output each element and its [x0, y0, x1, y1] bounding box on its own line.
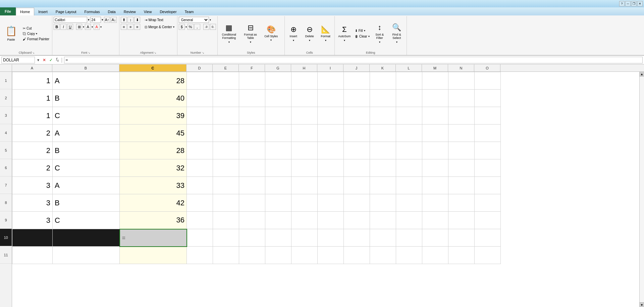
tab-page-layout[interactable]: Page Layout [52, 8, 80, 15]
cell-i7[interactable] [318, 177, 344, 194]
cell-o1[interactable] [475, 72, 501, 90]
cell-l3[interactable] [396, 107, 422, 124]
cell-h2[interactable] [291, 90, 318, 107]
cell-m2[interactable] [422, 90, 448, 107]
cell-j11[interactable] [344, 247, 370, 264]
cell-d4[interactable] [187, 124, 213, 142]
cell-j5[interactable] [344, 142, 370, 159]
cell-l1[interactable] [396, 72, 422, 90]
col-header-b[interactable]: B [52, 64, 119, 71]
tab-team[interactable]: Team [181, 8, 198, 15]
merge-dropdown[interactable]: ▾ [173, 25, 174, 29]
delete-button[interactable]: ⊖ Delete ▾ [302, 22, 317, 45]
cell-m11[interactable] [422, 247, 448, 264]
alignment-expand-icon[interactable]: ↘ [154, 51, 156, 54]
cell-c8[interactable]: 42 [120, 194, 187, 212]
cell-j6[interactable] [344, 159, 370, 177]
cell-o11[interactable] [475, 247, 501, 264]
font-decrease-button[interactable]: A↓ [111, 17, 117, 23]
cell-k8[interactable] [370, 194, 396, 212]
cell-b7[interactable]: A [53, 177, 120, 194]
row-num-8[interactable]: 8 [0, 194, 12, 211]
border-dropdown[interactable]: ▾ [83, 25, 84, 29]
cell-e9[interactable] [213, 212, 239, 229]
col-header-k[interactable]: K [370, 64, 396, 71]
wrap-text-button[interactable]: ⇥ Wrap Text [143, 17, 165, 22]
merge-center-button[interactable]: ⊡ Merge & Center ▾ [143, 24, 176, 30]
cell-b2[interactable]: B [53, 90, 120, 107]
cell-j10[interactable] [344, 229, 370, 247]
cell-i10[interactable] [318, 229, 344, 247]
border-button[interactable]: ⊞ [76, 24, 82, 30]
cell-f3[interactable] [239, 107, 265, 124]
font-size-dropdown[interactable]: ▾ [102, 18, 103, 21]
tab-file[interactable]: File [0, 7, 16, 15]
name-dropdown-button[interactable]: ▾ [36, 58, 40, 62]
cell-n10[interactable] [448, 229, 475, 247]
cell-c6[interactable]: 32 [120, 159, 187, 177]
cell-j8[interactable] [344, 194, 370, 212]
cell-h7[interactable] [291, 177, 318, 194]
font-name-dropdown[interactable]: ▾ [88, 18, 90, 21]
cell-g1[interactable] [265, 72, 291, 90]
cell-h9[interactable] [291, 212, 318, 229]
cell-k4[interactable] [370, 124, 396, 142]
vertical-scrollbar[interactable]: ▲ ▼ [639, 72, 644, 307]
cell-a2[interactable]: 1 [12, 90, 53, 107]
cell-n4[interactable] [448, 124, 475, 142]
cell-k7[interactable] [370, 177, 396, 194]
cell-k6[interactable] [370, 159, 396, 177]
cell-l9[interactable] [396, 212, 422, 229]
cell-a3[interactable]: 1 [12, 107, 53, 124]
cell-d2[interactable] [187, 90, 213, 107]
cell-h5[interactable] [291, 142, 318, 159]
cell-h11[interactable] [291, 247, 318, 264]
underline-button[interactable]: U [67, 24, 73, 30]
cell-c7[interactable]: 33 [120, 177, 187, 194]
cell-d6[interactable] [187, 159, 213, 177]
row-num-6[interactable]: 6 [0, 159, 12, 176]
cell-b9[interactable]: C [53, 212, 120, 229]
col-header-c[interactable]: C [119, 64, 186, 71]
cell-n2[interactable] [448, 90, 475, 107]
cell-m4[interactable] [422, 124, 448, 142]
cell-g5[interactable] [265, 142, 291, 159]
align-right-button[interactable]: ≡ [134, 24, 140, 30]
cell-c10[interactable]: = [120, 229, 187, 247]
cell-g7[interactable] [265, 177, 291, 194]
copy-button[interactable]: ⿻ Copy ▾ [21, 31, 51, 36]
cell-m1[interactable] [422, 72, 448, 90]
confirm-formula-button[interactable]: ✓ [48, 58, 54, 62]
cond-format-dropdown[interactable]: ▾ [228, 41, 230, 44]
cell-b8[interactable]: B [53, 194, 120, 212]
cell-f1[interactable] [239, 72, 265, 90]
cell-a6[interactable]: 2 [12, 159, 53, 177]
cell-d7[interactable] [187, 177, 213, 194]
cell-c4[interactable]: 45 [120, 124, 187, 142]
cell-a10[interactable] [12, 229, 53, 247]
cell-g6[interactable] [265, 159, 291, 177]
cell-m5[interactable] [422, 142, 448, 159]
cell-n1[interactable] [448, 72, 475, 90]
cell-l6[interactable] [396, 159, 422, 177]
fill-button[interactable]: ⬇ Fill ▾ [354, 28, 371, 33]
cell-d8[interactable] [187, 194, 213, 212]
row-num-11[interactable]: 11 [0, 246, 12, 264]
cell-b4[interactable]: A [53, 124, 120, 142]
insert-function-button[interactable]: fx [55, 57, 60, 62]
cell-i9[interactable] [318, 212, 344, 229]
row-num-9[interactable]: 9 [0, 211, 12, 229]
col-header-g[interactable]: G [265, 64, 291, 71]
conditional-formatting-button[interactable]: ▦ Conditional Formatting ▾ [219, 17, 239, 50]
decimal-increase-button[interactable]: .0 [203, 24, 209, 30]
cell-styles-dropdown[interactable]: ▾ [270, 39, 272, 42]
cell-h3[interactable] [291, 107, 318, 124]
format-as-table-button[interactable]: ⊟ Format as Table ▾ [240, 17, 261, 50]
cell-f7[interactable] [239, 177, 265, 194]
format-dropdown[interactable]: ▾ [325, 39, 326, 42]
cell-e7[interactable] [213, 177, 239, 194]
close-icon[interactable]: ✕ [637, 1, 643, 6]
cell-f2[interactable] [239, 90, 265, 107]
row-num-2[interactable]: 2 [0, 89, 12, 107]
scrollbar-down[interactable]: ▼ [640, 302, 644, 307]
